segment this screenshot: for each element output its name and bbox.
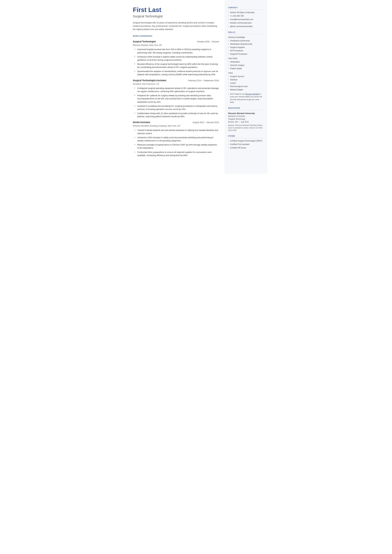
other-list: Certified Surgical Technologist (ARRT) C… [228, 140, 263, 149]
industry-skills-list: Anesthesia (Advanced) Sterilization (Exp… [228, 39, 263, 56]
job-2-dates: February 2014 – September 2016 [188, 79, 219, 82]
job-1: Surgical Technologist October 2016 – Pre… [133, 40, 219, 76]
list-item: Surgical Vaccum [228, 75, 263, 78]
list-item: Anesthesia (Advanced) [228, 39, 263, 42]
list-item: Assisted in scrubbing and circulating 51… [134, 105, 219, 111]
hard-skills-list: Sterilization Vascular Surgery Patient S… [228, 61, 263, 70]
job-3: Dental Assistant August 2011 – January 2… [133, 121, 219, 157]
other-section-label: OTHER [228, 135, 263, 138]
tools-list: Surgical Vaccum Sterilizer Lancet Electr… [228, 75, 263, 91]
job-3-dates: August 2011 – January 2014 [193, 121, 219, 124]
promo-prefix: Don't forget to use [230, 93, 245, 95]
list-item: Conducted clinic preparations to ensure … [134, 151, 219, 157]
skills-section-label: SKILLS [228, 31, 263, 35]
contact-list: Detroit, MI (Open to Remote) +1-234-456-… [228, 11, 263, 28]
list-item: Trained 6 dental students and new dental… [134, 129, 219, 135]
candidate-job-title: Surgical Technologist [133, 14, 219, 19]
other-item-1: Certified Surgical Technologist (ARRT) [228, 140, 263, 142]
edu-awards: Awards: Resume Worded Teaching Fellow (o… [228, 124, 263, 132]
job-1-dates: October 2016 – Present [197, 40, 219, 43]
candidate-name: First Last [133, 6, 219, 13]
contact-section-label: CONTACT [228, 6, 263, 10]
right-column: CONTACT Detroit, MI (Open to Remote) +1-… [224, 0, 267, 174]
contact-linkedin: linkedin.com/in/username [228, 21, 263, 24]
hard-skills-label: Hard Skills: [228, 57, 263, 60]
other-item-2: Certified First Assistant [228, 143, 263, 146]
list-item: Sterilization (Experienced) [228, 43, 263, 45]
list-item: Patient Satefy [228, 67, 263, 70]
edu-location-date: Boston, MA — July 2011 [228, 120, 263, 123]
industry-knowledge-label: Industry Knowledge: [228, 36, 263, 39]
list-item: Vascular Surgery [228, 64, 263, 67]
list-item: Prepared 35+ patients for surgery weekly… [134, 94, 219, 104]
list-item: Medical Stapler [228, 88, 263, 91]
job-3-bullets: Trained 6 dental students and new dental… [133, 129, 219, 157]
list-item: Boosted efficiency of the surgical techn… [134, 63, 219, 69]
resume-page: First Last Surgical Technologist Surgica… [125, 0, 267, 174]
contact-github: github.com/resumeworded [228, 25, 263, 28]
left-column: First Last Surgical Technologist Surgica… [125, 0, 224, 174]
job-3-company: Resume Worded's Exciting Company, New Yo… [133, 124, 219, 127]
work-experience-label: WORK EXPERIENCE [133, 35, 219, 37]
job-3-title: Dental Assistant [133, 121, 150, 124]
name-title-block: First Last Surgical Technologist [133, 6, 219, 19]
job-1-header: Surgical Technologist October 2016 – Pre… [133, 40, 219, 43]
education-section-label: EDUCATION [228, 107, 263, 110]
job-1-bullets: Improved hospital survival rate from 15%… [133, 48, 219, 76]
other-item-3: Certified OR Nurse [228, 146, 263, 149]
list-item: Configured surgical operating equipment … [134, 87, 219, 93]
list-item: Achieved a 60% increase in patient safet… [134, 55, 219, 62]
list-item: Achieved a 34% increase in safety score … [134, 136, 219, 142]
tools-label: Tools: [228, 71, 263, 74]
contact-location: Detroit, MI (Open to Remote) [228, 11, 263, 14]
summary-text: Surgical technologist with 10 years of e… [133, 21, 219, 31]
list-item: Spearheaded the adoption of standardized… [134, 70, 219, 76]
list-item: Lancet [228, 82, 263, 84]
list-item: Surgical Supplies [228, 46, 263, 49]
contact-phone: +1-234-456-789 [228, 14, 263, 17]
edu-degree: Bachelor of Science [228, 115, 263, 118]
list-item: Surgical Procedures [228, 53, 263, 56]
list-item: Collaborated closely with 12 other assis… [134, 112, 219, 118]
list-item: Electrosurgical Laser [228, 85, 263, 88]
list-item: Improved hospital survival rate from 15%… [134, 48, 219, 54]
job-1-company: Resume Worded, New York, NY [133, 44, 219, 47]
job-2: Surgical Technologist Assistant February… [133, 79, 219, 118]
promo-text: Don't forget to use Resume Worded to sca… [228, 93, 263, 104]
list-item: Sterilizer [228, 78, 263, 81]
job-2-company: Growthsi, San Francisco, CA [133, 83, 219, 86]
job-2-header: Surgical Technologist Assistant February… [133, 79, 219, 82]
list-item: OR Procedures [228, 49, 263, 52]
contact-email: email@resumeworded.com [228, 18, 263, 21]
edu-field: Surgical Technology [228, 118, 263, 120]
list-item: Sterilization [228, 61, 263, 63]
edu-school: Resume Worded University [228, 112, 263, 115]
job-3-header: Dental Assistant August 2011 – January 2… [133, 121, 219, 124]
job-2-title: Surgical Technologist Assistant [133, 79, 166, 82]
job-1-title: Surgical Technologist [133, 40, 156, 43]
job-2-bullets: Configured surgical operating equipment … [133, 87, 219, 118]
list-item: Reduced oversight of expired items in CR… [134, 143, 219, 150]
promo-link[interactable]: Resume Worded [245, 93, 259, 95]
